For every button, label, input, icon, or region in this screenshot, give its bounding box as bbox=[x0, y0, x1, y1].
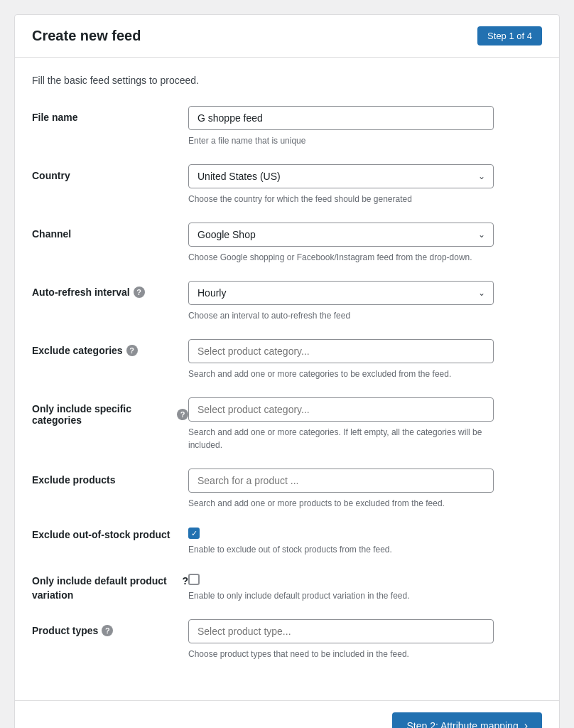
include-categories-field: Search and add one or more categories. I… bbox=[188, 397, 494, 451]
next-arrow-icon: › bbox=[524, 719, 528, 728]
page-container: Create new feed Step 1 of 4 Fill the bas… bbox=[14, 14, 560, 728]
exclude-out-of-stock-wrapper: ✓ bbox=[188, 527, 494, 539]
file-name-row: File name Enter a file name that is uniq… bbox=[32, 106, 542, 147]
file-name-hint: Enter a file name that is unique bbox=[188, 134, 494, 147]
product-types-help-icon[interactable]: ? bbox=[102, 625, 113, 636]
default-variation-help-icon[interactable]: ? bbox=[182, 574, 188, 589]
product-types-label: Product types ? bbox=[32, 619, 188, 636]
product-types-field: Choose product types that need to be inc… bbox=[188, 619, 494, 660]
exclude-products-row: Exclude products Search and add one or m… bbox=[32, 469, 542, 510]
auto-refresh-select-wrapper: Hourly Daily Weekly ⌄ bbox=[188, 281, 494, 305]
default-variation-wrapper bbox=[188, 573, 494, 585]
default-variation-hint: Enable to only include default product v… bbox=[188, 589, 494, 602]
step-badge: Step 1 of 4 bbox=[477, 26, 542, 46]
next-step-button[interactable]: Step 2: Attribute mapping › bbox=[392, 712, 542, 728]
file-name-input[interactable] bbox=[188, 106, 494, 130]
form-description: Fill the basic feed settings to proceed. bbox=[32, 75, 542, 86]
exclude-categories-label: Exclude categories ? bbox=[32, 339, 188, 356]
country-select[interactable]: United States (US) United Kingdom (UK) C… bbox=[188, 164, 494, 188]
exclude-categories-row: Exclude categories ? Search and add one … bbox=[32, 339, 542, 380]
card-body: Fill the basic feed settings to proceed.… bbox=[15, 58, 559, 695]
product-types-hint: Choose product types that need to be inc… bbox=[188, 648, 494, 660]
default-variation-checkbox[interactable] bbox=[188, 574, 200, 585]
exclude-products-field: Search and add one or more products to b… bbox=[188, 469, 494, 510]
default-variation-row: Only include default product variation ?… bbox=[32, 573, 542, 602]
channel-hint: Choose Google shopping or Facebook/Insta… bbox=[188, 251, 494, 264]
next-step-label: Step 2: Attribute mapping bbox=[406, 720, 518, 728]
channel-select[interactable]: Google Shop Facebook/Instagram bbox=[188, 223, 494, 247]
default-variation-label: Only include default product variation ? bbox=[32, 573, 188, 602]
card-header: Create new feed Step 1 of 4 bbox=[15, 15, 559, 58]
exclude-categories-input[interactable] bbox=[188, 339, 494, 363]
country-field: United States (US) United Kingdom (UK) C… bbox=[188, 164, 494, 205]
exclude-out-of-stock-row: Exclude out-of-stock product ✓ Enable to… bbox=[32, 527, 542, 556]
exclude-products-hint: Search and add one or more products to b… bbox=[188, 497, 494, 510]
include-categories-hint: Search and add one or more categories. I… bbox=[188, 426, 494, 451]
file-name-label: File name bbox=[32, 106, 188, 123]
exclude-categories-hint: Search and add one or more categories to… bbox=[188, 368, 494, 380]
exclude-products-input[interactable] bbox=[188, 469, 494, 493]
page-title: Create new feed bbox=[32, 28, 141, 44]
channel-select-wrapper: Google Shop Facebook/Instagram ⌄ bbox=[188, 223, 494, 247]
auto-refresh-label: Auto-refresh interval ? bbox=[32, 281, 188, 298]
country-row: Country United States (US) United Kingdo… bbox=[32, 164, 542, 205]
include-categories-help-icon[interactable]: ? bbox=[177, 409, 188, 420]
file-name-field: Enter a file name that is unique bbox=[188, 106, 494, 147]
exclude-out-of-stock-label: Exclude out-of-stock product bbox=[32, 527, 188, 542]
country-hint: Choose the country for which the feed sh… bbox=[188, 193, 494, 205]
auto-refresh-select[interactable]: Hourly Daily Weekly bbox=[188, 281, 494, 305]
channel-row: Channel Google Shop Facebook/Instagram ⌄… bbox=[32, 223, 542, 264]
exclude-out-of-stock-field: ✓ Enable to exclude out of stock product… bbox=[188, 527, 494, 556]
product-types-row: Product types ? Choose product types tha… bbox=[32, 619, 542, 660]
exclude-categories-help-icon[interactable]: ? bbox=[126, 345, 138, 356]
include-categories-input[interactable] bbox=[188, 397, 494, 422]
include-categories-label: Only include specific categories ? bbox=[32, 397, 188, 426]
exclude-out-of-stock-hint: Enable to exclude out of stock products … bbox=[188, 543, 494, 556]
product-types-input[interactable] bbox=[188, 619, 494, 643]
country-select-wrapper: United States (US) United Kingdom (UK) C… bbox=[188, 164, 494, 188]
exclude-out-of-stock-checkbox[interactable]: ✓ bbox=[188, 528, 200, 539]
channel-label: Channel bbox=[32, 223, 188, 240]
auto-refresh-row: Auto-refresh interval ? Hourly Daily Wee… bbox=[32, 281, 542, 322]
country-label: Country bbox=[32, 164, 188, 181]
default-variation-field: Enable to only include default product v… bbox=[188, 573, 494, 602]
card-footer: Step 2: Attribute mapping › bbox=[15, 700, 559, 728]
include-categories-row: Only include specific categories ? Searc… bbox=[32, 397, 542, 451]
auto-refresh-help-icon[interactable]: ? bbox=[134, 287, 145, 298]
auto-refresh-hint: Choose an interval to auto-refresh the f… bbox=[188, 309, 494, 322]
checkmark-icon: ✓ bbox=[191, 530, 197, 537]
exclude-products-label: Exclude products bbox=[32, 469, 188, 486]
auto-refresh-field: Hourly Daily Weekly ⌄ Choose an interval… bbox=[188, 281, 494, 322]
exclude-categories-field: Search and add one or more categories to… bbox=[188, 339, 494, 380]
form-card: Create new feed Step 1 of 4 Fill the bas… bbox=[14, 14, 560, 728]
channel-field: Google Shop Facebook/Instagram ⌄ Choose … bbox=[188, 223, 494, 264]
